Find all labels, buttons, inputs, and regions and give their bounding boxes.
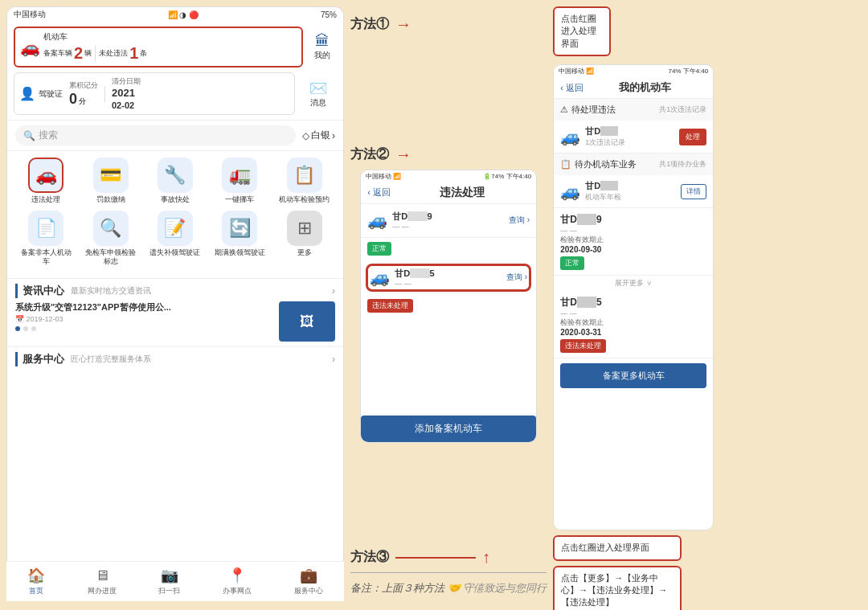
car-info-1: 甘D____9 — — xyxy=(392,211,504,231)
nav-home[interactable]: 🏠 首页 xyxy=(27,567,45,596)
location-area[interactable]: ◇ 白银 › xyxy=(302,129,335,142)
handle-btn-violation[interactable]: 处理 xyxy=(679,129,706,145)
viol-sub: 1次违法记录 xyxy=(585,137,674,148)
add-car-btn[interactable]: 添加备案机动车 xyxy=(361,416,536,442)
grid-item-lost[interactable]: 📝 遗失补领驾驶证 xyxy=(147,211,203,266)
mid-carrier: 中国移动 📶 xyxy=(366,172,401,181)
detail-sub-1: — — xyxy=(560,227,706,235)
grid-item-file[interactable]: 📄 备案非本人机动车 xyxy=(18,211,74,266)
motor-label: 机动车 xyxy=(43,31,147,43)
mid-time: 🔋74% 下午4:40 xyxy=(483,172,531,181)
grid-item-inspect[interactable]: 📋 机动车检验预约 xyxy=(276,158,333,204)
bottom-annotations: 点击红圈进入处理界面 点击【更多】→【业务中心】→【违法业务处理】→【违法处理】 xyxy=(553,535,714,610)
detail-status-1: 正常 xyxy=(560,256,584,270)
diamond-icon: ◇ xyxy=(302,130,309,141)
search-input-area[interactable]: 🔍 搜索 xyxy=(15,125,296,145)
nav-service[interactable]: 💼 服务中心 xyxy=(294,567,323,596)
method2-row: 方法② → xyxy=(350,143,411,166)
right-col: 点击红圈进入处理界面 中国移动 📶 74% 下午4:40 ‹ 返回 我的机动车 … xyxy=(553,6,714,604)
license-card[interactable]: 👤 驾驶证 累积记分 0 分 xyxy=(14,72,295,115)
expand-btn[interactable]: 展开更多 ∨ xyxy=(554,276,713,291)
mine-card[interactable]: 🏛 我的 xyxy=(308,27,337,68)
file-icon-wrap: 📄 xyxy=(28,211,63,246)
status-tag-2: 违法未处理 xyxy=(367,299,413,313)
score-block: 累积记分 0 分 xyxy=(69,80,98,108)
message-card[interactable]: ✉️ 消息 xyxy=(300,72,337,115)
mid-page-title: 违法处理 xyxy=(395,186,530,200)
news-more-arrow[interactable]: › xyxy=(332,285,335,297)
violations-title: ⚠ 待处理违法 xyxy=(560,104,616,116)
motor-card[interactable]: 🚗 机动车 备案车辆 2 辆 xyxy=(14,27,303,68)
section-violations: ⚠ 待处理违法 共1次违法记录 xyxy=(554,99,713,121)
car-item-1[interactable]: 🚙 甘D____9 — — 查询 › xyxy=(361,204,536,238)
grid-row-2: 📄 备案非本人机动车 🔍 免检车申领检验标志 📝 xyxy=(14,211,337,266)
service-section: 服务中心 匠心打造完整服务体系 › xyxy=(7,347,343,375)
exempt-icon-wrap: 🔍 xyxy=(93,211,129,246)
car-item-2[interactable]: 🚙 甘D____5 — — 查询 › xyxy=(366,264,531,292)
service-more-arrow[interactable]: › xyxy=(332,354,335,365)
detail-expiry-1: 检验有效期止 xyxy=(560,235,706,245)
search-placeholder: 搜索 xyxy=(39,129,58,142)
pending-label: 待办机动车业务 xyxy=(575,158,637,170)
violation-block: 未处违法 1 条 xyxy=(99,44,147,63)
pending-icon: 📋 xyxy=(560,159,571,170)
carrier-left: 中国移动 xyxy=(14,9,46,20)
service-nav-icon: 💼 xyxy=(300,567,317,584)
nav-location[interactable]: 📍 办事网点 xyxy=(223,567,252,596)
inspect-icon-wrap: 📋 xyxy=(287,158,322,193)
accident-label-text: 事故快处 xyxy=(161,195,190,204)
tow-label-text: 一键挪车 xyxy=(225,195,254,204)
annotation-bottom2-text: 点击【更多】→【业务中心】→【违法业务处理】→【违法处理】 xyxy=(561,572,674,609)
news-item[interactable]: 系统升级"交管12123"APP暂停使用公... 📅 2019-12-03 🖼 xyxy=(15,301,335,342)
license-stats: 累积记分 0 分 清分日期 202102-02 xyxy=(69,76,141,111)
nav-scan[interactable]: 📷 扫一扫 xyxy=(158,567,180,596)
violation-icon-wrap: 🚗 xyxy=(28,158,63,193)
car-detail-1: 甘D——9 — — 检验有效期止 2020-09-30 正常 xyxy=(554,208,713,276)
top-cards: 🚗 机动车 备案车辆 2 辆 xyxy=(14,27,337,68)
motor-stats: 备案车辆 2 辆 未处违法 1 条 xyxy=(43,44,147,63)
divider-stat xyxy=(95,46,96,62)
grid-item-more[interactable]: ⊞ 更多 xyxy=(276,211,333,266)
detail-expiry-2: 检验有效期止 xyxy=(560,317,706,328)
status-row-2: 违法未处理 xyxy=(361,295,536,317)
service-section-header: 服务中心 匠心打造完整服务体系 › xyxy=(15,352,335,366)
query-btn-2[interactable]: 查询 › xyxy=(506,272,527,283)
pending-list-item[interactable]: 🚙 甘D—— 机动车年检 详情 xyxy=(554,175,713,208)
mid-status-bar: 中国移动 📶 🔋74% 下午4:40 xyxy=(361,170,536,182)
back-btn-right[interactable]: ‹ 返回 xyxy=(560,82,583,94)
content-area: 中国移动 📶 ◑ 🔴 75% 🚗 机动车 备案车 xyxy=(6,6,714,604)
detail-expiry-date-1: 2020-09-30 xyxy=(560,245,706,254)
scan-label: 扫一扫 xyxy=(158,586,180,596)
violation-num: 1 xyxy=(129,44,138,63)
footer-area: 备注：上面３种方法 🤝 守僖致远与您同行 xyxy=(350,572,547,600)
detail-plate-1: 甘D——9 xyxy=(560,213,706,227)
grid-item-tow[interactable]: 🚛 一键挪车 xyxy=(211,158,268,204)
nav-progress[interactable]: 🖥 网办进度 xyxy=(88,567,117,596)
detail-btn[interactable]: 详情 xyxy=(681,184,706,199)
message-icon: ✉️ xyxy=(309,80,327,97)
grid-item-fine[interactable]: 💳 罚款缴纳 xyxy=(83,158,139,204)
query-btn-1[interactable]: 查询 › xyxy=(509,215,530,226)
lost-label-text: 遗失补领驾驶证 xyxy=(149,248,200,257)
annotation-right-text: 点击红圈进入处理界面 xyxy=(561,13,603,50)
score-num: 0 xyxy=(69,91,77,108)
grid-item-exempt[interactable]: 🔍 免检车申领检验标志 xyxy=(83,211,139,266)
arrow-right-3: ↑ xyxy=(482,548,490,567)
violation-list-item[interactable]: 🚙 甘D—— 1次违法记录 处理 xyxy=(554,121,713,154)
pending-plate: 甘D—— xyxy=(585,180,676,192)
grid-item-accident[interactable]: 🔧 事故快处 xyxy=(147,158,203,204)
grid-row-1: 🚗 违法处理 💳 罚款缴纳 🔧 xyxy=(14,158,337,204)
grid-item-violation[interactable]: 🚗 违法处理 xyxy=(18,158,74,204)
more-cars-btn[interactable]: 备案更多机动车 xyxy=(560,363,706,388)
battery-time-left: 75% xyxy=(321,10,337,19)
right-status-bar: 中国移动 📶 74% 下午4:40 xyxy=(554,65,713,77)
car-plate-1: 甘D____9 xyxy=(392,211,504,223)
news-date: 📅 2019-12-03 xyxy=(15,315,274,323)
detail-plate-2: 甘D——5 xyxy=(560,296,706,309)
pending-car-icon: 🚙 xyxy=(560,182,580,201)
news-title: 系统升级"交管12123"APP暂停使用公... xyxy=(15,301,274,313)
grid-item-renew[interactable]: 🔄 期满换领驾驶证 xyxy=(211,211,268,266)
back-btn-mid[interactable]: ‹ 返回 xyxy=(367,186,391,199)
home-label: 首页 xyxy=(29,586,43,596)
car-sub-2: — — xyxy=(395,280,502,288)
